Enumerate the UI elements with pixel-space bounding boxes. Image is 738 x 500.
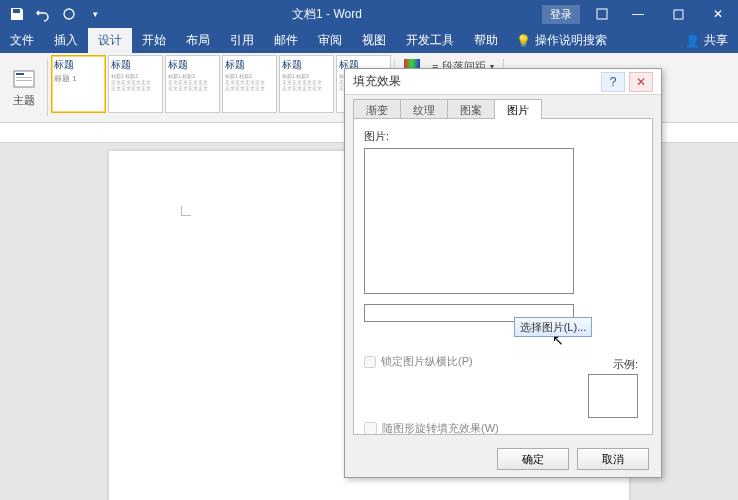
gallery-item[interactable]: 标题标题 1	[51, 55, 106, 113]
rotate-fill-input[interactable]	[364, 422, 377, 435]
dialog-help-icon[interactable]: ?	[601, 72, 625, 92]
tab-design[interactable]: 设计	[88, 28, 132, 53]
tab-home[interactable]: 开始	[132, 28, 176, 53]
lock-aspect-checkbox[interactable]: 锁定图片纵横比(P)	[364, 354, 642, 369]
dialog-tab-texture[interactable]: 纹理	[400, 99, 448, 119]
dialog-titlebar: 填充效果 ? ✕	[345, 69, 661, 95]
gallery-item[interactable]: 标题标题1 标题2正文正文正文正文正文正文正文正文	[108, 55, 163, 113]
dialog-buttons: 确定 取消	[345, 441, 661, 477]
rotate-fill-checkbox[interactable]: 随图形旋转填充效果(W)	[364, 421, 499, 436]
tab-file[interactable]: 文件	[0, 28, 44, 53]
select-picture-button[interactable]: 选择图片(L)...	[514, 317, 592, 337]
document-title: 文档1 - Word	[112, 6, 542, 23]
ok-button[interactable]: 确定	[497, 448, 569, 470]
redo-icon[interactable]	[58, 3, 80, 25]
sample-label: 示例:	[613, 357, 638, 372]
tab-mailings[interactable]: 邮件	[264, 28, 308, 53]
lock-aspect-input[interactable]	[364, 356, 376, 368]
tell-me-label: 操作说明搜索	[535, 32, 607, 49]
login-button[interactable]: 登录	[542, 5, 580, 24]
tab-references[interactable]: 引用	[220, 28, 264, 53]
share-icon: 👤	[685, 34, 700, 48]
gallery-item[interactable]: 标题标题1 标题2正文正文正文正文正文正文正文正文	[222, 55, 277, 113]
save-icon[interactable]	[6, 3, 28, 25]
svg-rect-5	[16, 77, 32, 78]
qat-dropdown-icon[interactable]: ▾	[84, 3, 106, 25]
svg-point-0	[64, 9, 74, 19]
tab-insert[interactable]: 插入	[44, 28, 88, 53]
themes-label: 主题	[13, 93, 35, 108]
tab-view[interactable]: 视图	[352, 28, 396, 53]
tab-layout[interactable]: 布局	[176, 28, 220, 53]
sample-box	[588, 374, 638, 418]
undo-icon[interactable]	[32, 3, 54, 25]
quick-access-toolbar: ▾	[0, 3, 112, 25]
ribbon-tabs: 文件 插入 设计 开始 布局 引用 邮件 审阅 视图 开发工具 帮助 💡 操作说…	[0, 28, 738, 53]
picture-preview-box	[364, 148, 574, 294]
title-bar: ▾ 文档1 - Word 登录 — ✕	[0, 0, 738, 28]
fill-effects-dialog: 填充效果 ? ✕ 渐变 纹理 图案 图片 图片: 选择图片(L)... ↖ 锁定…	[344, 68, 662, 478]
minimize-icon[interactable]: —	[618, 0, 658, 28]
style-gallery[interactable]: 标题标题 1 标题标题1 标题2正文正文正文正文正文正文正文正文 标题标题1 标…	[51, 55, 391, 120]
themes-button[interactable]: 主题	[4, 55, 44, 120]
share-label: 共享	[704, 32, 728, 49]
tab-review[interactable]: 审阅	[308, 28, 352, 53]
dialog-tab-pattern[interactable]: 图案	[447, 99, 495, 119]
cancel-button[interactable]: 取消	[577, 448, 649, 470]
gallery-item[interactable]: 标题标题1 标题2正文正文正文正文正文正文正文正文	[279, 55, 334, 113]
maximize-icon[interactable]	[658, 0, 698, 28]
dialog-tabs: 渐变 纹理 图案 图片	[345, 95, 661, 119]
rotate-fill-label: 随图形旋转填充效果(W)	[382, 421, 499, 436]
dialog-tab-gradient[interactable]: 渐变	[353, 99, 401, 119]
svg-rect-6	[16, 80, 32, 81]
dialog-close-icon[interactable]: ✕	[629, 72, 653, 92]
themes-icon	[12, 67, 36, 91]
dialog-tab-picture[interactable]: 图片	[494, 99, 542, 119]
window-controls: 登录 — ✕	[542, 0, 738, 28]
dialog-content: 图片: 选择图片(L)... ↖ 锁定图片纵横比(P) 示例: 随图形旋转填充效…	[353, 118, 653, 435]
svg-rect-4	[16, 73, 24, 75]
dialog-title: 填充效果	[353, 73, 401, 90]
tell-me-search[interactable]: 💡 操作说明搜索	[508, 28, 615, 53]
tab-devtools[interactable]: 开发工具	[396, 28, 464, 53]
gallery-item[interactable]: 标题标题1 标题2正文正文正文正文正文正文正文正文	[165, 55, 220, 113]
share-button[interactable]: 👤 共享	[675, 28, 738, 53]
tab-help[interactable]: 帮助	[464, 28, 508, 53]
ribbon-display-icon[interactable]	[586, 0, 618, 28]
svg-rect-1	[597, 9, 607, 19]
lightbulb-icon: 💡	[516, 34, 531, 48]
svg-rect-2	[674, 10, 683, 19]
margin-mark-icon	[181, 206, 191, 216]
lock-aspect-label: 锁定图片纵横比(P)	[381, 354, 473, 369]
picture-label: 图片:	[364, 129, 642, 144]
close-icon[interactable]: ✕	[698, 0, 738, 28]
